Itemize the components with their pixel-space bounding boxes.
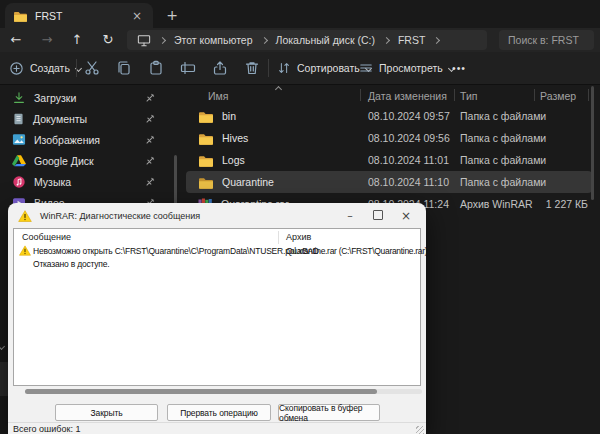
- sort-ascending-icon: [275, 86, 282, 93]
- close-button[interactable]: Закрыть: [55, 404, 158, 421]
- music-icon: [12, 175, 26, 189]
- sidebar-item-sliver: [0, 362, 8, 396]
- new-button[interactable]: Создать: [9, 52, 81, 84]
- new-button-label: Создать: [30, 62, 70, 74]
- column-header-date[interactable]: Дата изменения: [368, 90, 447, 102]
- tab-close-icon[interactable]: ×: [129, 9, 145, 23]
- search-value: Поиск в: FRST: [508, 34, 579, 46]
- folder-icon: [198, 154, 214, 167]
- view-button[interactable]: Просмотреть: [359, 52, 454, 84]
- folder-icon: [198, 132, 214, 145]
- column-divider[interactable]: [534, 89, 535, 101]
- dialog-status-bar: Всего ошибок: 1: [8, 422, 426, 434]
- google-drive-icon: [12, 154, 26, 167]
- sidebar-item-downloads[interactable]: Загрузки: [0, 87, 180, 108]
- file-row-quarantine[interactable]: Quarantine 08.10.2024 11:10 Папка с файл…: [186, 171, 592, 193]
- sidebar-item-documents[interactable]: Документы: [0, 108, 180, 129]
- column-divider[interactable]: [454, 89, 455, 101]
- sort-button-label: Сортировать: [297, 62, 360, 74]
- share-icon[interactable]: [212, 60, 228, 76]
- more-icon: •••: [452, 62, 466, 74]
- breadcrumb-local-disk-c[interactable]: Локальный диск (C:): [276, 34, 375, 46]
- rename-icon[interactable]: [180, 60, 196, 76]
- more-options-button[interactable]: •••: [452, 52, 466, 84]
- error-message-line1: Невозможно открыть C:\FRST\Quarantine\C\…: [33, 246, 319, 256]
- abort-button-label: Прервать операцию: [180, 408, 258, 418]
- chevron-right-icon: [383, 36, 390, 43]
- breadcrumb: Этот компьютер Локальный диск (C:) FRST: [127, 30, 487, 50]
- sidebar-item-music[interactable]: Музыка: [0, 171, 180, 192]
- warning-icon: [18, 210, 32, 222]
- sidebar-item-label: Музыка: [34, 176, 71, 188]
- file-row-bin[interactable]: bin 08.10.2024 09:57 Папка с файлами: [186, 105, 592, 127]
- maximize-icon[interactable]: [368, 210, 388, 222]
- chevron-right-icon: [433, 36, 440, 43]
- chevron-right-icon: [260, 36, 267, 43]
- file-type: Архив WinRAR: [460, 198, 533, 210]
- error-archive-path: Quarantine.rar (C:\FRST\Quarantine.rar): [286, 246, 427, 256]
- pin-icon[interactable]: [144, 176, 156, 188]
- command-bar: Создать Сортировать: [0, 52, 600, 85]
- file-row-logs[interactable]: Logs 08.10.2024 11:01 Папка с файлами: [186, 149, 592, 171]
- copy-button-label: Скопировать в буфер обмена: [279, 403, 379, 423]
- abort-operation-button[interactable]: Прервать операцию: [167, 404, 271, 421]
- close-icon[interactable]: ×: [396, 209, 416, 223]
- file-date: 08.10.2024 09:57: [368, 110, 450, 122]
- sidebar-item-pictures[interactable]: Изображения: [0, 129, 180, 150]
- paste-icon[interactable]: [148, 60, 164, 76]
- file-list-scrollbar[interactable]: [591, 86, 594, 200]
- sort-button[interactable]: Сортировать: [277, 52, 371, 84]
- view-button-label: Просмотреть: [379, 62, 443, 74]
- column-divider[interactable]: [360, 89, 361, 101]
- minimize-icon[interactable]: –: [340, 209, 360, 222]
- tab-title: FRST: [35, 10, 129, 22]
- divider: [268, 59, 269, 77]
- breadcrumb-frst[interactable]: FRST: [398, 34, 425, 46]
- folder-icon: [198, 176, 214, 189]
- column-header-type[interactable]: Тип: [460, 90, 478, 102]
- file-type: Папка с файлами: [460, 154, 546, 166]
- downloads-icon: [12, 91, 26, 105]
- divider: [76, 59, 77, 77]
- folder-icon: [13, 10, 28, 22]
- search-input[interactable]: Поиск в: FRST: [499, 30, 594, 50]
- explorer-tab-frst[interactable]: FRST ×: [5, 3, 153, 28]
- copy-icon[interactable]: [116, 60, 132, 76]
- resize-grip[interactable]: [416, 426, 424, 434]
- dialog-column-message[interactable]: Сообщение: [22, 232, 71, 242]
- column-divider[interactable]: [588, 89, 589, 101]
- column-header-size[interactable]: Размер: [540, 90, 576, 102]
- cut-icon[interactable]: [84, 60, 100, 76]
- file-row-hives[interactable]: Hives 08.10.2024 09:56 Папка с файлами: [186, 127, 592, 149]
- up-icon[interactable]: ↑: [68, 30, 86, 50]
- new-tab-button[interactable]: +: [162, 6, 182, 24]
- dialog-column-divider: [278, 231, 279, 244]
- dialog-horizontal-scrollbar-thumb[interactable]: [25, 389, 377, 394]
- sidebar-item-label: Загрузки: [34, 92, 76, 104]
- refresh-icon[interactable]: ↻: [99, 30, 117, 50]
- sidebar-item-label: Изображения: [34, 134, 100, 146]
- forward-icon[interactable]: →: [38, 30, 56, 50]
- file-date: 08.10.2024 11:01: [368, 154, 449, 166]
- pin-icon[interactable]: [144, 155, 156, 167]
- column-header-name[interactable]: Имя: [208, 90, 228, 102]
- pin-icon[interactable]: [144, 92, 156, 104]
- pin-icon[interactable]: [144, 134, 156, 146]
- sidebar-item-google-drive[interactable]: Google Диск: [0, 150, 180, 171]
- delete-icon[interactable]: [244, 60, 260, 76]
- back-icon[interactable]: ←: [7, 30, 25, 50]
- file-name: Logs: [222, 154, 245, 166]
- sidebar-item-label: Google Диск: [34, 155, 94, 167]
- chevron-right-icon: [159, 36, 166, 43]
- sidebar-scrollbar[interactable]: [174, 155, 177, 205]
- this-pc-icon[interactable]: [137, 34, 151, 47]
- breadcrumb-this-pc[interactable]: Этот компьютер: [174, 34, 253, 46]
- dialog-title-bar[interactable]: WinRAR: Диагностические сообщения – ×: [8, 203, 426, 228]
- dialog-column-archive[interactable]: Архив: [286, 232, 311, 242]
- file-name: Quarantine: [222, 176, 274, 188]
- copy-to-clipboard-button[interactable]: Скопировать в буфер обмена: [278, 404, 380, 421]
- file-size: 1 227 КБ: [536, 198, 588, 210]
- pin-icon[interactable]: [144, 113, 156, 125]
- dialog-message-list[interactable]: Сообщение Архив Невозможно открыть C:\FR…: [13, 228, 421, 386]
- total-errors-text: Всего ошибок: 1: [13, 424, 80, 434]
